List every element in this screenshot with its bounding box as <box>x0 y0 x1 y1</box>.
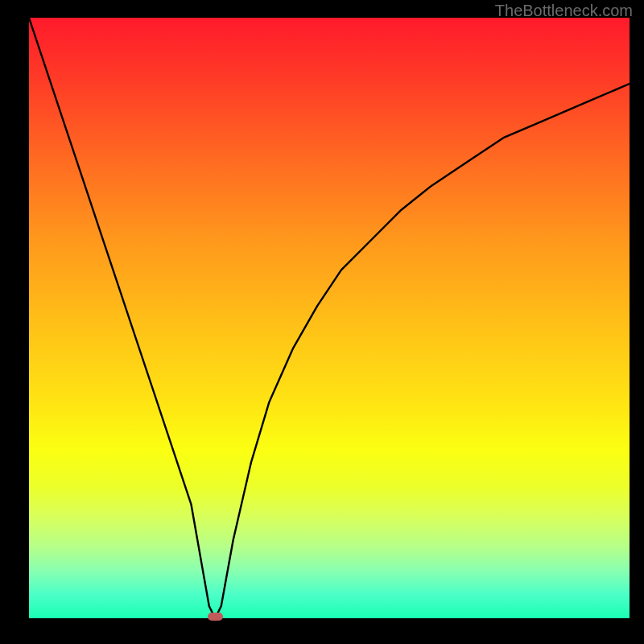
bottleneck-curve <box>29 18 630 618</box>
minimum-marker <box>208 613 223 621</box>
chart-frame: TheBottleneck.com <box>0 0 644 644</box>
watermark-text: TheBottleneck.com <box>495 2 633 20</box>
curve-svg <box>29 18 630 618</box>
